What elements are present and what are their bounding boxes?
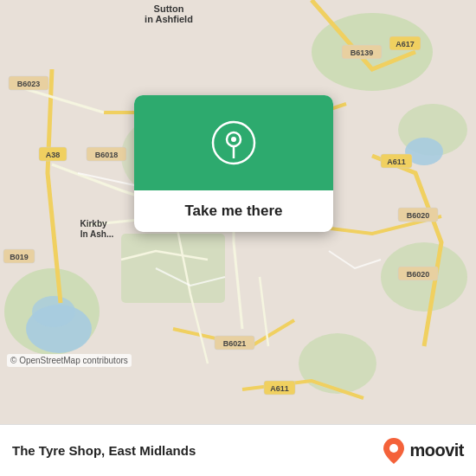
moovit-logo[interactable]: moovit <box>382 436 464 466</box>
take-me-there-button[interactable]: Take me there <box>184 203 282 220</box>
svg-text:A611: A611 <box>270 384 289 393</box>
popup-card: Take me there <box>134 95 333 232</box>
svg-point-5 <box>299 333 376 394</box>
svg-text:A617: A617 <box>396 40 415 48</box>
popup-bottom[interactable]: Take me there <box>134 190 333 232</box>
svg-text:A611: A611 <box>387 158 406 166</box>
map-container[interactable]: B6023 A38 B6018 A617 B6139 B6021 A611 B6… <box>0 0 476 424</box>
svg-text:B6020: B6020 <box>407 270 430 279</box>
map-attribution: © OpenStreetMap contributors <box>7 354 132 367</box>
moovit-pin-icon <box>382 436 406 466</box>
app: B6023 A38 B6018 A617 B6139 B6021 A611 B6… <box>0 0 476 476</box>
svg-point-42 <box>389 444 398 453</box>
popup-top <box>134 95 333 190</box>
location-name: The Tyre Shop, East Midlands <box>12 443 196 458</box>
svg-rect-6 <box>121 234 225 303</box>
svg-text:Sutton: Sutton <box>154 3 184 14</box>
svg-point-41 <box>231 137 236 142</box>
svg-point-10 <box>32 296 75 327</box>
svg-text:in Ashfield: in Ashfield <box>145 14 193 24</box>
svg-text:Kirkby: Kirkby <box>80 219 107 228</box>
svg-text:A38: A38 <box>46 151 61 159</box>
svg-text:B6020: B6020 <box>407 211 430 220</box>
location-info: The Tyre Shop, East Midlands <box>12 443 196 458</box>
svg-text:B019: B019 <box>10 253 29 261</box>
svg-text:In Ash...: In Ash... <box>80 229 114 239</box>
moovit-brand-text: moovit <box>409 441 464 460</box>
svg-text:B6023: B6023 <box>17 80 41 88</box>
bottom-bar: The Tyre Shop, East Midlands moovit <box>0 424 476 476</box>
svg-text:B6021: B6021 <box>223 339 247 348</box>
svg-text:B6018: B6018 <box>95 151 119 159</box>
svg-text:B6139: B6139 <box>351 48 374 57</box>
location-pin-icon <box>211 120 256 165</box>
